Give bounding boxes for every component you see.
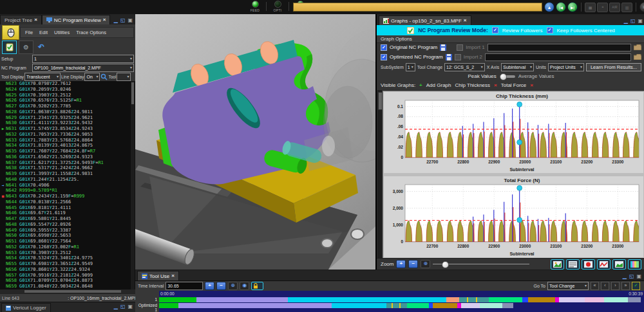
tab-project-tree[interactable]: Project Tree×	[0, 15, 42, 24]
magnifier-icon[interactable]	[100, 73, 108, 80]
record-peaks-button[interactable]	[582, 259, 595, 270]
nc-program-select[interactable]: OP100_16mm_trachoidal_2.MPF▾	[32, 64, 134, 72]
gcode-line[interactable]: N645 G01 X69.8181 Y21.4111	[0, 205, 135, 211]
report-table-button[interactable]	[566, 259, 580, 270]
machine-settings-button[interactable]: ⚙	[19, 41, 33, 54]
export-image-button[interactable]	[551, 259, 564, 270]
gcode-line[interactable]: N646 G01 X69.67 Y21.6119	[0, 210, 135, 216]
close-icon[interactable]: ×	[171, 273, 175, 279]
color-bands-button[interactable]	[628, 259, 641, 270]
units-select[interactable]: Project Units▾	[548, 63, 584, 71]
menu-trace-options[interactable]: Trace Options	[73, 30, 109, 35]
gcode-line[interactable]: N637 G01 X71.6217 Y21.3725 Z24.9493 F=R1	[0, 160, 135, 166]
play-button[interactable]: ▶	[639, 2, 644, 12]
gcode-line[interactable]: N624 G01 X70.2059 Y23.0246	[0, 87, 135, 93]
tab-nc-program-review[interactable]: NC Program Review×	[42, 15, 111, 24]
gcode-line[interactable]: N628 G01 X71.0638 Y23.8826 Z24.9811	[0, 109, 135, 115]
gcode-line[interactable]: N644 G01 X70.0138 Y21.2566	[0, 199, 135, 205]
add-graph-button[interactable]: Add Graph	[426, 82, 451, 88]
gcode-line[interactable]: N659 G01 X71.0848 Y22.9034 Z24.8648	[0, 284, 135, 289]
gcode-line[interactable]: N655 G01 X70.6981 Y23.3651 Z24.9549	[0, 261, 135, 267]
float-icon[interactable]: ◱	[630, 19, 636, 24]
gcode-line[interactable]: N642 R999=0.5789*R1	[0, 188, 135, 194]
tool-use-timeline[interactable]: 0:00:00 0:30:39	[159, 291, 644, 312]
zoom-in-button[interactable]: +	[396, 260, 406, 268]
maximize-icon[interactable]: ▣	[638, 19, 643, 24]
threshold-line-button[interactable]	[597, 259, 611, 270]
goto-select[interactable]: Tool Change▾	[547, 282, 589, 290]
minimize-icon[interactable]: ▁	[114, 304, 118, 309]
timeline-zoom-out-button[interactable]: −	[216, 282, 226, 290]
skip-to-end-button[interactable]: ▶|	[567, 2, 578, 12]
setup-select[interactable]: 1▾	[32, 55, 134, 63]
goto-first-button[interactable]: «	[591, 282, 599, 290]
gcode-line[interactable]: ▶N631 G01 X71.5745 Y23.8534 Z24.9243	[0, 126, 135, 132]
air-cut-icon[interactable]: AIR	[609, 3, 620, 12]
menu-file[interactable]: File	[23, 30, 35, 35]
gcode-listing[interactable]: N623 G01 X70.0798 Y22.7612N624 G01 X70.2…	[0, 81, 135, 289]
float-icon[interactable]: ◱	[629, 274, 634, 279]
gcode-line[interactable]: N656 G01 X70.8601 Y23.322 Z24.9324	[0, 267, 135, 273]
total-force-chart[interactable]: 01,0002,0003,000227002280022900230002310…	[384, 176, 644, 259]
minimize-icon[interactable]: ▁	[114, 18, 118, 23]
timeline-zoom-in-button[interactable]: +	[205, 282, 214, 290]
save-icon[interactable]	[440, 44, 446, 51]
tab-graphs[interactable]: Graphs - op150_2_sn_83.MPF×	[379, 15, 471, 25]
optimized-program-checkbox[interactable]: ✓	[381, 54, 387, 60]
maximize-icon[interactable]: ▣	[128, 304, 133, 309]
remove-total-force-icon[interactable]: ×	[530, 83, 533, 88]
gcode-line[interactable]: N635 G01 X71.7607 Y22.7684 Z24.8 F=R7	[0, 149, 135, 154]
gcode-line[interactable]: N633 G01 X71.7883 Y23.5768 Z24.8864	[0, 138, 135, 143]
skip-to-start-button[interactable]: |◀	[556, 2, 566, 12]
gcode-line[interactable]: N657 G01 X70.9916 Y23.2181 Z24.9099	[0, 273, 135, 279]
tool-display-select[interactable]: Translucent▾	[24, 73, 61, 81]
graph-zoom-slider[interactable]	[433, 261, 529, 267]
eject-button[interactable]: ▲	[544, 2, 554, 12]
peak-average-toggle[interactable]	[500, 73, 515, 79]
zoom-out-button[interactable]: −	[408, 260, 418, 268]
close-icon[interactable]: ×	[464, 18, 467, 23]
keep-followers-checkbox[interactable]: ✓	[547, 27, 553, 33]
gcode-line[interactable]: N636 G01 X71.6562 Y21.5269 Z24.9323	[0, 154, 135, 160]
gcode-line[interactable]: N640 G01 X71.244 Y21.1254 Z25.	[0, 177, 135, 183]
gcode-line[interactable]: N634 G01 X71.8139 Y23.4013 Z24.8675	[0, 143, 135, 149]
gcode-line[interactable]: N625 G01 X70.3903 Y23.2512	[0, 93, 135, 98]
goto-prev-button[interactable]: ‹	[601, 282, 609, 290]
nc-program-preview-icon[interactable]: ▦	[585, 3, 596, 12]
close-icon[interactable]: ×	[103, 17, 106, 23]
import2-checkbox[interactable]	[455, 54, 461, 60]
gcode-line[interactable]: N638 G01 X71.5317 Y21.2424 Z24.9662	[0, 165, 135, 171]
import1-path-input[interactable]	[488, 44, 631, 51]
goto-apply-button[interactable]: ✓	[632, 282, 640, 290]
learn-from-results-button[interactable]: Learn From Results...	[586, 63, 641, 71]
goto-next-button[interactable]: ›	[611, 282, 620, 290]
gcode-line[interactable]: N651 G01 X69.8601 Y22.7564	[0, 239, 135, 244]
x-axis-select[interactable]: Subinterval▾	[501, 63, 534, 71]
add-graph-icon[interactable]: +	[419, 82, 422, 88]
maximize-icon[interactable]: ▣	[128, 18, 133, 23]
import1-checkbox[interactable]	[457, 44, 463, 51]
float-icon[interactable]: ◱	[120, 18, 126, 23]
gcode-line[interactable]: N653 G01 X70.3903 Y23.2512	[0, 250, 135, 256]
save-icon[interactable]	[446, 54, 452, 60]
line-display-select[interactable]: On▾	[84, 73, 100, 81]
menu-edit[interactable]: Edit	[37, 30, 50, 35]
gcode-line[interactable]: N648 G01 X69.5547 Y22.0926	[0, 222, 135, 228]
gcode-line[interactable]: ■N643 G01 X70.2434 Y21.159 F=R999	[0, 194, 135, 199]
minimize-icon[interactable]: ▁	[623, 274, 627, 279]
undo-icon[interactable]: ↶	[38, 42, 44, 51]
gcode-vertical-scrollbar[interactable]	[131, 81, 135, 289]
timeline-track-original[interactable]	[159, 297, 641, 302]
time-interval-input[interactable]	[166, 282, 203, 290]
float-icon[interactable]: ◱	[120, 304, 126, 309]
gcode-line[interactable]: N654 G01 X70.5324 Y23.3401 Z24.9775	[0, 255, 135, 261]
tab-vericut-logger[interactable]: Vericut Logger	[1, 303, 51, 312]
menu-utilities[interactable]: Utilities	[52, 30, 72, 35]
review-checklist-button[interactable]	[2, 41, 17, 54]
machining-3d-viewport[interactable]	[135, 14, 375, 270]
charts-scrollbar[interactable]	[377, 90, 382, 258]
folder-icon[interactable]	[634, 44, 641, 50]
tool-select[interactable]: ▾	[117, 73, 131, 81]
timeline-fit-button[interactable]: ⊕	[228, 282, 238, 290]
zoom-fit-button[interactable]: ⊕	[421, 260, 430, 268]
